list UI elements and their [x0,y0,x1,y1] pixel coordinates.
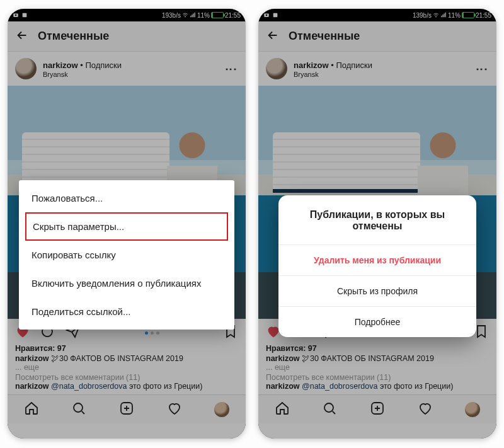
menu-notifications[interactable]: Включить уведомления о публикациях [19,269,234,297]
svg-rect-12 [273,13,278,18]
post-header: narkizow • Подписки Bryansk ⋮ [258,52,496,86]
more-options-icon[interactable]: ⋮ [475,64,489,74]
comment-mention[interactable]: @nata_dobroserdova [302,382,377,391]
svg-point-1 [15,14,17,16]
wifi-icon [182,12,188,18]
nav-heart-icon[interactable] [418,401,433,418]
back-arrow-icon[interactable] [15,28,29,45]
comment-rest: это фото из Греции) [127,382,202,391]
nav-search-icon[interactable] [322,401,337,418]
dialog-title: Публикации, в которых вы отмечены [278,195,476,245]
back-arrow-icon[interactable] [266,28,280,45]
comment-username[interactable]: narkizow [266,382,300,391]
clock: 21:55 [225,12,241,19]
menu-copy-link[interactable]: Копировать ссылку [19,241,234,269]
carousel-dots [91,331,213,335]
subscription-label[interactable]: Подписки [85,60,122,70]
caption-more[interactable]: ... еще [15,363,238,372]
nav-home-icon[interactable] [275,401,290,418]
nav-add-icon[interactable] [370,401,385,418]
dialog-hide-from-profile[interactable]: Скрыть из профиля [278,276,476,307]
subscription-sep: • [78,60,86,70]
caption-line: narkizow 🕊30 ФАКТОВ ОБ INSTAGRAM 2019 [266,354,489,363]
comment-line: narkizow @nata_dobroserdova это фото из … [266,382,489,391]
post-location[interactable]: Bryansk [43,71,218,79]
signal-icon [190,12,196,18]
page-dot [145,331,148,335]
battery-pct: 11% [448,12,461,19]
svg-point-11 [266,14,268,16]
svg-rect-17 [445,13,445,17]
status-bar: 193b/s 11% 21:55 [8,9,246,21]
caption-more[interactable]: ... еще [266,363,489,372]
comment-rest: это фото из Греции) [377,382,453,391]
phone-right: 139b/s 11% 21:55 Отмеченные [258,9,496,439]
post-header: narkizow • Подписки Bryansk ⋮ [8,52,246,86]
nav-heart-icon[interactable] [167,401,182,418]
menu-share-link[interactable]: Поделиться ссылкой... [19,297,234,326]
menu-report[interactable]: Пожаловаться... [19,184,234,212]
caption-block: Нравится: 97 narkizow 🕊30 ФАКТОВ ОБ INST… [258,344,496,394]
avatar[interactable] [15,58,37,79]
more-options-icon[interactable]: ⋮ [224,64,238,74]
svg-rect-15 [442,14,443,17]
bottom-nav [8,394,246,423]
signal-icon [440,12,447,18]
context-menu: Пожаловаться... Скрыть параметры... Копи… [19,180,234,330]
caption-username[interactable]: narkizow [266,354,300,363]
bottom-nav [258,394,496,423]
svg-rect-2 [23,13,27,18]
view-all-comments[interactable]: Посмотреть все комментарии (11) [15,373,238,382]
dialog-more[interactable]: Подробнее [278,307,476,337]
caption-block: Нравится: 97 narkizow 🕊30 ФАКТОВ ОБ INST… [8,344,246,394]
battery-pct: 11% [197,12,210,19]
nav-profile-avatar[interactable] [214,402,229,417]
net-speed: 139b/s [413,12,432,19]
camera-icon [263,12,270,18]
comment-mention[interactable]: @nata_dobroserdova [51,382,127,391]
svg-point-13 [435,16,436,17]
battery-icon [211,12,224,18]
svg-rect-6 [193,14,193,18]
page-dot [151,331,154,335]
page-title: Отмеченные [38,30,109,43]
nav-search-icon[interactable] [71,401,86,418]
svg-point-8 [74,403,83,412]
svg-rect-7 [194,13,195,17]
nav-home-icon[interactable] [24,401,39,418]
subscription-label[interactable]: Подписки [336,60,372,70]
menu-hide-options[interactable]: Скрыть параметры... [25,212,228,241]
post-location[interactable]: Bryansk [294,71,469,79]
wifi-icon [433,12,439,18]
caption-username[interactable]: narkizow [15,354,49,363]
dialog-remove-me[interactable]: Удалить меня из публикации [278,245,476,276]
svg-rect-5 [192,14,192,17]
page-dot [156,331,159,335]
comment-line: narkizow @nata_dobroserdova это фото из … [15,382,238,391]
svg-rect-4 [190,16,191,17]
app-bar: Отмеченные [258,21,496,52]
comment-username[interactable]: narkizow [15,382,49,391]
caption-line: narkizow 🕊30 ФАКТОВ ОБ INSTAGRAM 2019 [15,354,238,363]
page-title: Отмеченные [289,30,360,43]
camera-icon [13,12,19,18]
svg-point-18 [324,403,333,412]
gallery-icon [272,12,278,18]
post-username[interactable]: narkizow [43,60,78,70]
status-bar: 139b/s 11% 21:55 [258,9,496,21]
avatar[interactable] [266,58,287,79]
post-username[interactable]: narkizow [294,60,329,70]
app-bar: Отмеченные [8,21,246,52]
likes-count[interactable]: Нравится: 97 [15,344,238,353]
svg-rect-16 [444,14,444,18]
view-all-comments[interactable]: Посмотреть все комментарии (11) [266,373,489,382]
subscription-sep: • [329,60,336,70]
likes-count[interactable]: Нравится: 97 [266,344,489,353]
battery-icon [462,12,474,18]
tagged-dialog: Публикации, в которых вы отмечены Удалит… [278,195,476,337]
nav-profile-avatar[interactable] [465,402,480,417]
nav-add-icon[interactable] [119,401,134,418]
phone-left: 193b/s 11% 21:55 Отмеченные [8,9,246,439]
svg-rect-14 [441,16,442,17]
net-speed: 193b/s [162,12,181,19]
